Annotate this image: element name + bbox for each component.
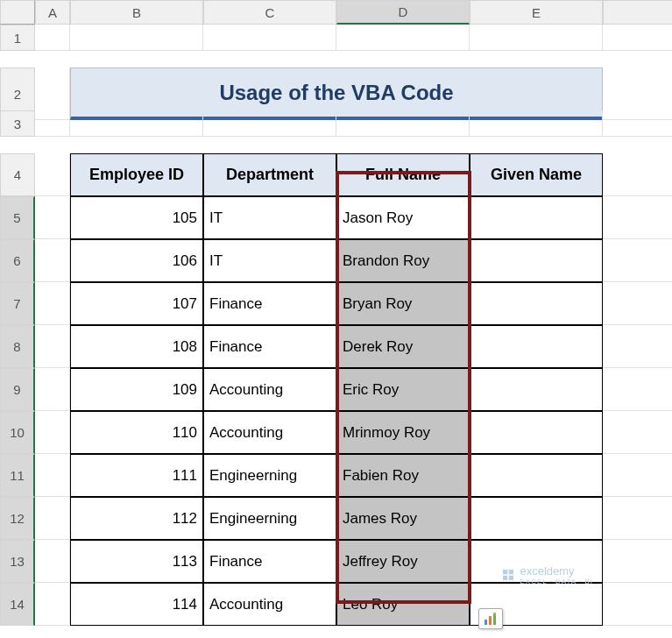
cell-D9[interactable]: Eric Roy	[336, 368, 470, 411]
cell-E12[interactable]	[470, 497, 603, 540]
cell-E1[interactable]	[470, 25, 603, 51]
cell-overflow-14	[603, 583, 672, 626]
row-11-header[interactable]: 11	[0, 454, 35, 497]
row-4-header[interactable]: 4	[0, 153, 35, 196]
quick-analysis-button[interactable]	[478, 608, 503, 629]
row-6-header[interactable]: 6	[0, 239, 35, 282]
cell-B9[interactable]: 109	[70, 368, 203, 411]
col-D[interactable]: D	[336, 0, 470, 25]
cell-E11[interactable]	[470, 454, 603, 497]
svg-rect-1	[489, 616, 492, 625]
cell-overflow-5	[603, 196, 672, 239]
cell-overflow-6	[603, 239, 672, 282]
cell-C10[interactable]: Accounting	[203, 411, 336, 454]
cell-C13[interactable]: Finance	[203, 540, 336, 583]
cell-D1[interactable]	[336, 25, 470, 51]
cell-C14[interactable]: Accounting	[203, 583, 336, 626]
col-overflow	[603, 0, 672, 25]
cell-D12[interactable]: James Roy	[336, 497, 470, 540]
cell-D8[interactable]: Derek Roy	[336, 325, 470, 368]
sheet-body[interactable]: 1 2 Usage of the VBA Code 3 4 Employee I…	[0, 25, 672, 626]
cell-C5[interactable]: IT	[203, 196, 336, 239]
cell-C8[interactable]: Finance	[203, 325, 336, 368]
cell-B11[interactable]: 111	[70, 454, 203, 497]
row-5-header[interactable]: 5	[0, 196, 35, 239]
cell-A6[interactable]	[35, 239, 70, 282]
cell-A1[interactable]	[35, 25, 70, 51]
cell-C6[interactable]: IT	[203, 239, 336, 282]
cell-B5[interactable]: 105	[70, 196, 203, 239]
row-12-header[interactable]: 12	[0, 497, 35, 540]
cell-C9[interactable]: Accounting	[203, 368, 336, 411]
header-given-name[interactable]: Given Name	[470, 153, 603, 196]
row-9-header[interactable]: 9	[0, 368, 35, 411]
col-E[interactable]: E	[470, 0, 603, 25]
cell-B10[interactable]: 110	[70, 411, 203, 454]
column-headers: A B C D E	[0, 0, 672, 25]
cell-A3[interactable]	[35, 110, 70, 137]
cell-B13[interactable]: 113	[70, 540, 203, 583]
row-1-header[interactable]: 1	[0, 25, 35, 51]
cell-D10[interactable]: Mrinmoy Roy	[336, 411, 470, 454]
cell-B1[interactable]	[70, 25, 203, 51]
cell-A12[interactable]	[35, 497, 70, 540]
cell-A9[interactable]	[35, 368, 70, 411]
cell-A14[interactable]	[35, 583, 70, 626]
cell-overflow-11	[603, 454, 672, 497]
cell-C1[interactable]	[203, 25, 336, 51]
cell-E10[interactable]	[470, 411, 603, 454]
cell-E8[interactable]	[470, 325, 603, 368]
cell-A8[interactable]	[35, 325, 70, 368]
cell-E5[interactable]	[470, 196, 603, 239]
row-8-header[interactable]: 8	[0, 325, 35, 368]
cell-overflow-9	[603, 368, 672, 411]
cell-overflow-7	[603, 282, 672, 325]
cell-A5[interactable]	[35, 196, 70, 239]
cell-D14[interactable]: Leo Roy	[336, 583, 470, 626]
cell-D3[interactable]	[336, 110, 470, 137]
cell-E9[interactable]	[470, 368, 603, 411]
cell-A11[interactable]	[35, 454, 70, 497]
header-department[interactable]: Department	[203, 153, 336, 196]
cell-C3[interactable]	[203, 110, 336, 137]
cell-C7[interactable]: Finance	[203, 282, 336, 325]
cell-D6[interactable]: Brandon Roy	[336, 239, 470, 282]
row-14-header[interactable]: 14	[0, 583, 35, 626]
cell-B14[interactable]: 114	[70, 583, 203, 626]
row-10-header[interactable]: 10	[0, 411, 35, 454]
cell-B3[interactable]	[70, 110, 203, 137]
cell-B7[interactable]: 107	[70, 282, 203, 325]
header-employee-id[interactable]: Employee ID	[70, 153, 203, 196]
header-full-name[interactable]: Full Name	[336, 153, 470, 196]
cell-D7[interactable]: Bryan Roy	[336, 282, 470, 325]
select-all-corner[interactable]	[0, 0, 35, 25]
cell-B6[interactable]: 106	[70, 239, 203, 282]
col-A[interactable]: A	[35, 0, 70, 25]
cell-A4[interactable]	[35, 153, 70, 196]
row-7-header[interactable]: 7	[0, 282, 35, 325]
cell-E3[interactable]	[470, 110, 603, 137]
cell-B12[interactable]: 112	[70, 497, 203, 540]
cell-overflow-4	[603, 153, 672, 196]
cell-D11[interactable]: Fabien Roy	[336, 454, 470, 497]
cell-A10[interactable]	[35, 411, 70, 454]
cell-overflow-3	[603, 110, 672, 137]
cell-C11[interactable]: Engineerning	[203, 454, 336, 497]
cell-A13[interactable]	[35, 540, 70, 583]
cell-D5[interactable]: Jason Roy	[336, 196, 470, 239]
cell-E7[interactable]	[470, 282, 603, 325]
row-3-header[interactable]: 3	[0, 110, 35, 137]
cell-overflow-12	[603, 497, 672, 540]
cell-overflow-1	[603, 25, 672, 51]
col-B[interactable]: B	[70, 0, 203, 25]
cell-B8[interactable]: 108	[70, 325, 203, 368]
cell-D13[interactable]: Jeffrey Roy	[336, 540, 470, 583]
cell-overflow-13	[603, 540, 672, 583]
svg-rect-0	[485, 620, 487, 625]
col-C[interactable]: C	[203, 0, 336, 25]
cell-C12[interactable]: Engineerning	[203, 497, 336, 540]
cell-A7[interactable]	[35, 282, 70, 325]
row-13-header[interactable]: 13	[0, 540, 35, 583]
cell-E6[interactable]	[470, 239, 603, 282]
cell-E13[interactable]	[470, 540, 603, 583]
